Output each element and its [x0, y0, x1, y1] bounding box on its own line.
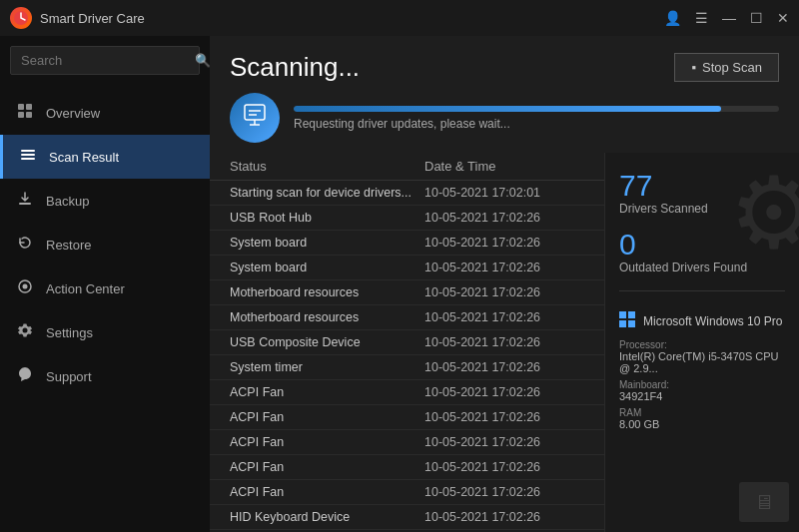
row-status: ACPI Fan — [230, 385, 424, 399]
row-datetime: 10-05-2021 17:02:26 — [424, 310, 584, 324]
table-row: System board10-05-2021 17:02:26 — [210, 256, 604, 280]
row-datetime: 10-05-2021 17:02:26 — [424, 261, 584, 274]
divider — [619, 290, 785, 291]
processor-value: Intel(R) Core(TM) i5-3470S CPU @ 2.9... — [619, 350, 785, 374]
search-icon: 🔍 — [195, 53, 211, 68]
outdated-found-block: 0 Outdated Drivers Found — [619, 228, 785, 274]
row-status: ACPI Fan — [230, 435, 424, 449]
col-header-datetime: Date & Time — [424, 159, 584, 174]
scan-rows-container[interactable]: Starting scan for device drivers...10-05… — [210, 181, 604, 532]
progress-right: Requesting driver updates, please wait..… — [294, 106, 779, 131]
row-datetime: 10-05-2021 17:02:26 — [424, 510, 584, 524]
progress-area: Requesting driver updates, please wait..… — [210, 93, 799, 153]
row-datetime: 10-05-2021 17:02:26 — [424, 435, 584, 449]
restore-icon — [16, 235, 34, 255]
row-datetime: 10-05-2021 17:02:26 — [424, 335, 584, 349]
close-button[interactable]: ✕ — [777, 10, 789, 26]
progress-bar-fill — [294, 106, 721, 112]
minimize-button[interactable]: — — [722, 10, 736, 26]
sidebar-item-support[interactable]: Support — [0, 354, 210, 398]
svg-rect-4 — [26, 112, 32, 118]
action-center-icon — [16, 278, 34, 298]
sidebar-item-support-label: Support — [46, 369, 92, 384]
search-input[interactable] — [21, 53, 189, 68]
menu-icon[interactable]: ☰ — [695, 10, 708, 26]
overview-icon — [16, 103, 34, 123]
row-status: HID Keyboard Device — [230, 510, 424, 524]
sidebar-item-action-center-label: Action Center — [46, 281, 125, 296]
table-row: ACPI Fan10-05-2021 17:02:26 — [210, 430, 604, 455]
svg-rect-3 — [18, 112, 24, 118]
row-status: ACPI Fan — [230, 460, 424, 474]
row-status: System board — [230, 236, 424, 250]
ram-label: RAM — [619, 407, 785, 418]
sidebar-item-scan-result[interactable]: Scan Result — [0, 135, 210, 179]
scanner-icon-container — [230, 93, 280, 143]
svg-rect-5 — [21, 150, 35, 152]
svg-point-10 — [23, 284, 28, 289]
sidebar-item-action-center[interactable]: Action Center — [0, 266, 210, 310]
mainboard-value: 34921F4 — [619, 390, 785, 402]
scan-table: Status Date & Time Starting scan for dev… — [210, 153, 604, 532]
svg-rect-7 — [21, 158, 35, 160]
svg-rect-15 — [619, 320, 626, 327]
svg-rect-1 — [18, 104, 24, 110]
sidebar-item-restore[interactable]: Restore — [0, 223, 210, 266]
scan-title: Scanning... — [230, 52, 360, 83]
system-thumbnail: 🖥 — [739, 482, 789, 522]
sidebar-item-overview-label: Overview — [46, 106, 100, 121]
mainboard-label: Mainboard: — [619, 379, 785, 390]
window-controls: 👤 ☰ — ☐ ✕ — [664, 10, 789, 26]
sidebar-item-overview[interactable]: Overview — [0, 91, 210, 135]
table-row: System board10-05-2021 17:02:26 — [210, 231, 604, 256]
row-datetime: 10-05-2021 17:02:26 — [424, 410, 584, 424]
svg-rect-2 — [26, 104, 32, 110]
row-datetime: 10-05-2021 17:02:26 — [424, 360, 584, 374]
os-row: Microsoft Windows 10 Pro — [619, 311, 785, 331]
windows-logo-icon — [619, 311, 635, 331]
stop-scan-button[interactable]: ▪ Stop Scan — [674, 53, 779, 82]
search-box[interactable]: 🔍 — [10, 46, 200, 75]
row-status: System timer — [230, 360, 424, 374]
table-row: Motherboard resources10-05-2021 17:02:26 — [210, 305, 604, 330]
ram-value: 8.00 GB — [619, 418, 785, 430]
outdated-found-label: Outdated Drivers Found — [619, 261, 785, 274]
svg-rect-8 — [19, 203, 31, 205]
user-icon[interactable]: 👤 — [664, 10, 681, 26]
svg-rect-13 — [619, 311, 626, 318]
table-row: USB Composite Device10-05-2021 17:02:26 — [210, 330, 604, 355]
progress-text: Requesting driver updates, please wait..… — [294, 117, 779, 131]
sidebar: 🔍 Overview — [0, 36, 210, 532]
table-row: ACPI Fan10-05-2021 17:02:26 — [210, 405, 604, 430]
row-datetime: 10-05-2021 17:02:26 — [424, 385, 584, 399]
main-layout: 🔍 Overview — [0, 36, 799, 532]
app-logo — [10, 7, 32, 29]
row-status: Motherboard resources — [230, 285, 424, 299]
svg-rect-14 — [628, 311, 635, 318]
table-row: Starting scan for device drivers...10-05… — [210, 181, 604, 206]
content-area: Scanning... ▪ Stop Scan — [210, 36, 799, 532]
svg-rect-6 — [21, 154, 35, 156]
content-split: Status Date & Time Starting scan for dev… — [210, 153, 799, 532]
row-status: Starting scan for device drivers... — [230, 186, 424, 200]
row-status: ACPI Fan — [230, 485, 424, 499]
progress-bar-track — [294, 106, 779, 112]
table-row: ACPI Fan10-05-2021 17:02:26 — [210, 380, 604, 405]
row-status: USB Composite Device — [230, 335, 424, 349]
sidebar-item-settings-label: Settings — [46, 325, 93, 340]
sidebar-item-scan-result-label: Scan Result — [49, 150, 119, 165]
maximize-button[interactable]: ☐ — [750, 10, 763, 26]
sidebar-item-backup-label: Backup — [46, 194, 89, 209]
right-panel: ⚙ 77 Drivers Scanned 0 Outdated Drivers … — [604, 153, 799, 532]
drivers-scanned-label: Drivers Scanned — [619, 202, 785, 216]
drivers-scanned-block: 77 Drivers Scanned — [619, 169, 785, 216]
table-row: USB Root Hub10-05-2021 17:02:26 — [210, 206, 604, 231]
outdated-found-number: 0 — [619, 228, 785, 261]
table-row: HID Keyboard Device10-05-2021 17:02:26 — [210, 505, 604, 530]
row-datetime: 10-05-2021 17:02:26 — [424, 460, 584, 474]
sidebar-item-settings[interactable]: Settings — [0, 310, 210, 354]
system-info-block: Microsoft Windows 10 Pro Processor: Inte… — [619, 311, 785, 432]
table-header: Status Date & Time — [210, 153, 604, 181]
table-row: ACPI Fan10-05-2021 17:02:26 — [210, 455, 604, 480]
sidebar-item-backup[interactable]: Backup — [0, 179, 210, 223]
